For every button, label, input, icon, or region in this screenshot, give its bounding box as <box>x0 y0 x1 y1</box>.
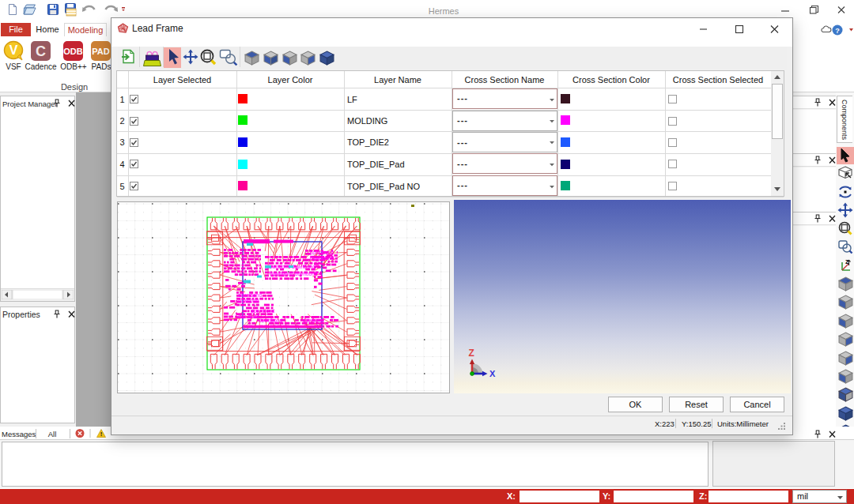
svg-text:dowbond: dowbond <box>303 318 324 323</box>
svg-text:?: ? <box>835 27 840 35</box>
svg-text:PAD: PAD <box>92 47 109 56</box>
svg-text:X: X <box>489 369 496 378</box>
svg-text:downbond dovnbond: downbond dovnbond <box>270 271 318 276</box>
svg-text:!: ! <box>100 431 103 438</box>
svg-text:don bond: don bond <box>238 314 259 319</box>
svg-text:V: V <box>9 43 18 57</box>
svg-text:downbond: downbond <box>259 318 282 323</box>
svg-text:downbond: downbond <box>238 292 262 298</box>
svg-text:dowbond: dowbond <box>238 298 259 303</box>
svg-text:C: C <box>36 43 46 59</box>
svg-text:downbond: downbond <box>310 250 334 255</box>
svg-text:Z: Z <box>469 348 474 359</box>
svg-text:downbond: downbond <box>310 255 334 261</box>
svg-text:downbond: downbond <box>251 308 274 314</box>
svg-text:ODB: ODB <box>63 47 83 56</box>
